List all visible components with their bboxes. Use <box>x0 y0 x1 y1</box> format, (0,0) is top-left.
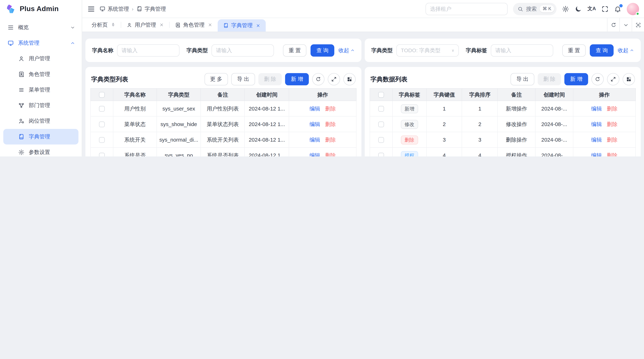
sidebar-item-角色管理[interactable]: 角色管理 <box>3 66 78 82</box>
app-window: Plus Admin 概览系统管理用户管理角色管理菜单管理部门管理岗位管理字典管… <box>0 0 644 156</box>
reset-button[interactable]: 重 置 <box>283 44 306 56</box>
row-checkbox[interactable] <box>378 122 384 127</box>
toolbar-button-新增[interactable]: 新 增 <box>285 73 309 85</box>
sidebar-item-label: 角色管理 <box>29 71 75 78</box>
delete-link[interactable]: 删除 <box>607 105 618 112</box>
row-checkbox[interactable] <box>99 153 105 156</box>
sidebar-item-label: 部门管理 <box>29 102 75 109</box>
tenant-select-input[interactable]: 选择租户 <box>426 3 508 15</box>
translate-icon[interactable]: 文A <box>588 5 596 12</box>
close-icon[interactable] <box>256 23 260 28</box>
cell-remark: 新增操作 <box>498 101 536 116</box>
delete-link[interactable]: 删除 <box>607 152 618 156</box>
dark-mode-moon-icon[interactable] <box>575 5 582 12</box>
row-checkbox[interactable] <box>99 122 105 127</box>
tab-分析页[interactable]: 分析页 <box>86 18 121 32</box>
toolbar-button-新增[interactable]: 新 增 <box>564 73 588 85</box>
row-checkbox[interactable] <box>99 137 105 143</box>
cell-type: sys_show_hide <box>157 116 201 132</box>
settings-gear-icon[interactable] <box>562 5 570 12</box>
right-table-card: 字典数据列表导 出删 除新 增字典标签字典键值字典排序备注创建时间操作新增11新… <box>365 67 641 156</box>
delete-link[interactable]: 删除 <box>325 105 336 112</box>
tabbar-refresh-button[interactable] <box>607 18 619 32</box>
delete-link[interactable]: 删除 <box>325 152 336 156</box>
tabbar-frame-button[interactable] <box>632 18 644 32</box>
row-checkbox[interactable] <box>378 153 384 156</box>
notifications-bell-icon[interactable] <box>614 5 621 12</box>
columns-button[interactable] <box>623 73 635 85</box>
tabbar-chevron-down-button[interactable] <box>619 18 632 32</box>
cell-name: 用户性别 <box>113 101 157 116</box>
close-icon[interactable] <box>208 22 212 27</box>
collapse-filters-link[interactable]: 收起 <box>618 47 634 54</box>
edit-link[interactable]: 编辑 <box>310 136 320 143</box>
edit-link[interactable]: 编辑 <box>591 136 602 143</box>
delete-link[interactable]: 删除 <box>325 120 336 128</box>
collapse-filters-link[interactable]: 收起 <box>338 47 355 54</box>
tab-用户管理[interactable]: 用户管理 <box>121 18 169 32</box>
select-all-checkbox[interactable] <box>378 92 384 98</box>
toolbar-button-导出[interactable]: 导 出 <box>510 73 534 85</box>
sidebar-item-参数设置[interactable]: 参数设置 <box>3 144 78 156</box>
sidebar-item-部门管理[interactable]: 部门管理 <box>3 98 78 113</box>
sidebar-item-系统管理[interactable]: 系统管理 <box>3 35 78 51</box>
placeholder-text: TODO: 字典类型 <box>401 47 440 54</box>
sidebar-item-label: 字典管理 <box>29 133 75 140</box>
chevron-down-icon <box>623 22 628 28</box>
delete-link[interactable]: 删除 <box>607 120 618 128</box>
filter-input-字典标签[interactable]: 请输入 <box>491 44 553 56</box>
columns-button[interactable] <box>343 73 356 85</box>
edit-link[interactable]: 编辑 <box>591 105 602 112</box>
select-all-checkbox[interactable] <box>99 92 105 98</box>
row-checkbox[interactable] <box>378 137 384 143</box>
edit-link[interactable]: 编辑 <box>591 152 602 156</box>
breadcrumb-item-系统管理[interactable]: 系统管理 <box>100 5 129 12</box>
expand-icon <box>331 76 337 82</box>
delete-link[interactable]: 删除 <box>325 136 336 143</box>
edit-link[interactable]: 编辑 <box>310 120 320 128</box>
row-checkbox[interactable] <box>99 106 105 112</box>
hamburger-menu-icon[interactable] <box>87 5 95 13</box>
expand-button[interactable] <box>328 73 340 85</box>
query-button[interactable]: 查 询 <box>590 44 614 56</box>
query-button[interactable]: 查 询 <box>311 44 334 56</box>
edit-link[interactable]: 编辑 <box>310 105 320 112</box>
edit-link[interactable]: 编辑 <box>310 152 320 156</box>
user-avatar[interactable] <box>627 3 639 15</box>
left-table-header-bar: 字典类型列表更 多导 出删 除新 增 <box>90 70 356 88</box>
sidebar-item-用户管理[interactable]: 用户管理 <box>3 51 78 66</box>
global-search-button[interactable]: 搜索 ⌘ K <box>513 3 556 15</box>
cell-time: 2024-08-... <box>536 101 573 116</box>
tab-label: 用户管理 <box>135 21 156 28</box>
edit-link[interactable]: 编辑 <box>591 120 602 128</box>
row-checkbox[interactable] <box>378 106 384 112</box>
expand-button[interactable] <box>607 73 619 85</box>
refresh-button[interactable] <box>592 73 604 85</box>
refresh-button[interactable] <box>312 73 324 85</box>
toolbar-button-更多[interactable]: 更 多 <box>204 73 228 85</box>
sidebar-item-岗位管理[interactable]: 岗位管理 <box>3 113 78 129</box>
filter-input-字典类型[interactable]: 请输入 <box>212 44 274 56</box>
reset-button[interactable]: 重 置 <box>562 44 586 56</box>
fullscreen-icon[interactable] <box>601 5 608 12</box>
cell-actions: 编辑删除 <box>289 147 356 156</box>
cell-time: 2024-08-12 1... <box>245 116 289 132</box>
list-icon <box>18 86 25 93</box>
delete-link[interactable]: 删除 <box>607 136 618 143</box>
tab-角色管理[interactable]: 角色管理 <box>170 18 218 32</box>
app-logo-icon <box>6 4 16 14</box>
sidebar-item-字典管理[interactable]: 字典管理 <box>3 129 78 144</box>
dict-type-panel: 字典名称请输入字典类型请输入重 置查 询收起字典类型列表更 多导 出删 除新 增… <box>86 39 362 156</box>
close-icon[interactable] <box>160 22 164 27</box>
breadcrumb-item-字典管理[interactable]: 字典管理 <box>136 5 166 12</box>
sidebar-item-菜单管理[interactable]: 菜单管理 <box>3 82 78 98</box>
sidebar-item-概览[interactable]: 概览 <box>3 20 78 35</box>
filter-select-字典类型[interactable]: TODO: 字典类型∨ <box>396 44 459 56</box>
columns-icon <box>626 76 632 82</box>
tab-字典管理[interactable]: 字典管理 <box>218 19 266 32</box>
left-filter-actions: 重 置查 询收起 <box>283 44 355 56</box>
column-header-创建时间: 创建时间 <box>536 88 573 101</box>
cell-time: 2024-08-... <box>536 147 573 156</box>
toolbar-button-导出[interactable]: 导 出 <box>231 73 255 85</box>
filter-input-字典名称[interactable]: 请输入 <box>117 44 180 56</box>
